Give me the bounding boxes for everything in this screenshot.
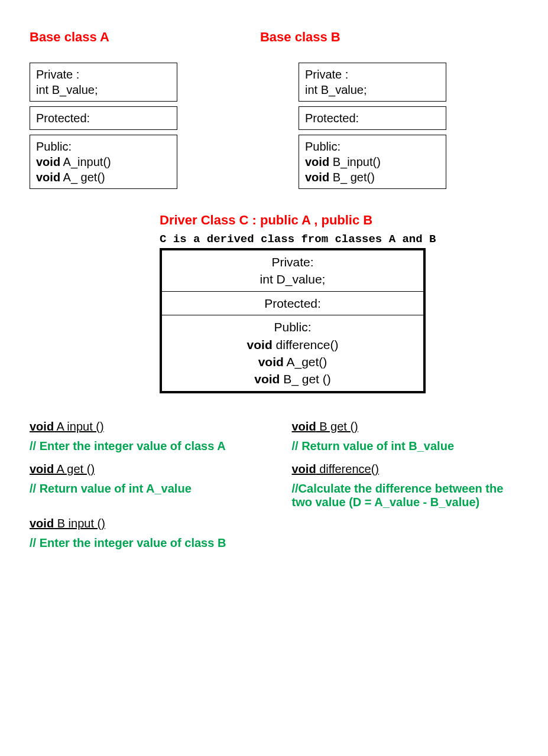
label: Public: xyxy=(36,140,72,153)
kw: void xyxy=(36,155,60,168)
label: Public: xyxy=(305,140,341,153)
kw: void xyxy=(36,171,60,184)
kw: void xyxy=(254,372,280,386)
driver-private: Private: int D_value; xyxy=(162,250,423,292)
method-name-text: B input () xyxy=(54,517,105,530)
method-name-text: difference() xyxy=(316,462,379,475)
method-comment: // Return value of int B_value xyxy=(292,439,519,453)
label: Public: xyxy=(168,318,417,335)
keyword: void xyxy=(292,420,316,433)
keyword: void xyxy=(30,462,54,475)
method-comment: //Calculate the difference between the t… xyxy=(292,482,519,509)
label: Protected: xyxy=(168,295,417,312)
label: Private : xyxy=(305,68,348,81)
name: difference() xyxy=(273,338,339,351)
class-b-box: Private : int B_value; Protected: Public… xyxy=(299,63,446,189)
label: Private : xyxy=(36,68,79,81)
methods-row: void A input ()// Enter the integer valu… xyxy=(30,420,518,559)
class-a-title: Base class A xyxy=(30,30,109,45)
label: Protected: xyxy=(36,112,90,125)
method-comment: // Enter the integer value of class B xyxy=(30,536,257,550)
class-a-protected: Protected: xyxy=(30,106,177,130)
name: A_ get() xyxy=(60,171,105,184)
name: B_ get() xyxy=(329,171,375,184)
keyword: void xyxy=(30,420,54,433)
kw: void xyxy=(247,338,273,351)
kw: void xyxy=(305,171,329,184)
driver-title: Driver Class C : public A , public B xyxy=(160,213,437,228)
class-a-public: Public: void A_input() void A_ get() xyxy=(30,135,177,189)
keyword: void xyxy=(292,462,316,475)
class-b-title: Base class B xyxy=(260,30,341,45)
name: A_input() xyxy=(60,155,111,168)
class-b-public: Public: void B_input() void B_ get() xyxy=(299,135,446,189)
member: int B_value; xyxy=(305,83,367,96)
class-a-private: Private : int B_value; xyxy=(30,63,177,102)
label: Protected: xyxy=(305,112,359,125)
method-name-text: B get () xyxy=(316,420,358,433)
driver-protected: Protected: xyxy=(162,292,423,315)
method-comment: // Enter the integer value of class A xyxy=(30,439,257,453)
name: B_ get () xyxy=(280,372,330,386)
kw: void xyxy=(305,155,329,168)
name: A_get() xyxy=(284,355,327,369)
method-name-text: A input () xyxy=(54,420,104,433)
member: int B_value; xyxy=(36,83,98,96)
method-comment: // Return value of int A_value xyxy=(30,482,257,496)
class-b-private: Private : int B_value; xyxy=(299,63,446,102)
method-signature: void A input () xyxy=(30,420,257,434)
methods-right: void B get ()// Return value of int B_va… xyxy=(292,420,519,559)
kw: void xyxy=(258,355,284,369)
driver-section: Driver Class C : public A , public B C i… xyxy=(160,213,437,393)
method-name-text: A get () xyxy=(54,462,95,475)
driver-box: Private: int D_value; Protected: Public:… xyxy=(160,248,426,393)
label: Private: xyxy=(168,253,417,271)
class-b-protected: Protected: xyxy=(299,106,446,130)
member: int D_value; xyxy=(168,271,417,288)
method-signature: void difference() xyxy=(292,462,519,476)
driver-subtitle: C is a derived class from classes A and … xyxy=(160,233,437,246)
methods-left: void A input ()// Enter the integer valu… xyxy=(30,420,257,559)
driver-public: Public: void difference() void A_get() v… xyxy=(162,315,423,391)
method-signature: void B get () xyxy=(292,420,519,434)
method-signature: void A get () xyxy=(30,462,257,476)
name: B_input() xyxy=(329,155,381,168)
class-a-box: Private : int B_value; Protected: Public… xyxy=(30,63,177,189)
keyword: void xyxy=(30,517,54,530)
method-signature: void B input () xyxy=(30,517,257,530)
